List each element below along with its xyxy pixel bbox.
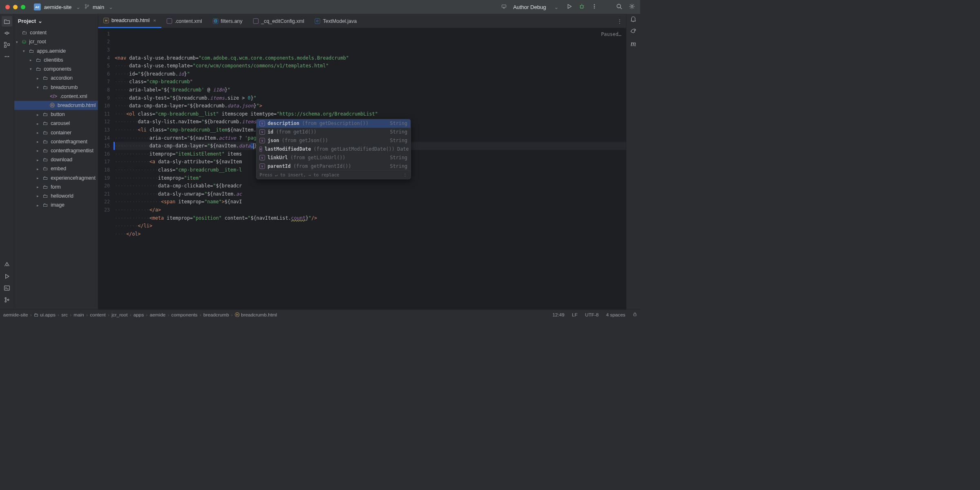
- tree-row[interactable]: ▸🗀helloworld: [14, 192, 98, 200]
- gradle-icon[interactable]: [630, 27, 637, 35]
- breadcrumb-segment[interactable]: main: [74, 312, 84, 318]
- completion-popup[interactable]: vdescription (from getDescription())Stri…: [256, 119, 411, 179]
- code-editor[interactable]: Paused… <nav data-sly-use.breadcrumb="co…: [115, 28, 626, 310]
- editor-tab[interactable]: .content.xml: [161, 14, 207, 28]
- chevron-down-icon[interactable]: ⌄: [109, 4, 113, 10]
- chevron-down-icon[interactable]: ⌄: [38, 18, 42, 24]
- tree-arrow[interactable]: ▸: [37, 149, 42, 153]
- debug-button[interactable]: [579, 3, 585, 11]
- tree-row[interactable]: ▸🗀carousel: [14, 119, 98, 128]
- tree-arrow[interactable]: ▸: [37, 203, 42, 207]
- tree-row[interactable]: ▾🗀breadcrumb: [14, 83, 98, 92]
- breadcrumb-segment[interactable]: content: [90, 312, 106, 318]
- editor-tab[interactable]: 🌐filters.any: [207, 14, 248, 28]
- branch-name[interactable]: main: [93, 4, 104, 10]
- tree-arrow[interactable]: ▸: [37, 185, 42, 189]
- readonly-lock-icon[interactable]: [633, 312, 637, 318]
- tree-row[interactable]: 🗀content: [14, 28, 98, 37]
- breadcrumb-segment[interactable]: 🗀 ui.apps: [34, 312, 56, 318]
- tree-arrow[interactable]: ▾: [23, 49, 28, 53]
- breadcrumb-segment[interactable]: components: [172, 312, 198, 318]
- editor-tab[interactable]: _cq_editConfig.xml: [248, 14, 310, 28]
- tree-arrow[interactable]: ▸: [37, 194, 42, 198]
- tree-arrow[interactable]: ▸: [37, 176, 42, 180]
- tree-arrow[interactable]: ▸: [37, 167, 42, 171]
- run-button[interactable]: [567, 4, 572, 10]
- editor-tab[interactable]: Hbreadcrumb.html×: [98, 14, 161, 28]
- completion-item[interactable]: vdescription (from getDescription())Stri…: [256, 119, 411, 128]
- breadcrumb-segment[interactable]: jcr_root: [111, 312, 127, 318]
- chevron-down-icon[interactable]: ⌄: [76, 4, 80, 10]
- tree-arrow[interactable]: ▸: [37, 130, 42, 134]
- completion-item[interactable]: vjson (from getJson())String: [256, 136, 411, 145]
- tree-row[interactable]: ▸🗀accordion: [14, 74, 98, 82]
- tree-arrow[interactable]: ▾: [37, 85, 42, 89]
- tree-row[interactable]: </>.content.xml: [14, 92, 98, 101]
- maven-icon[interactable]: m: [630, 40, 636, 48]
- tree-arrow[interactable]: ▸: [37, 112, 42, 116]
- maximize-window-button[interactable]: [21, 4, 25, 9]
- tree-row[interactable]: ▸🗀download: [14, 155, 98, 164]
- tree-arrow[interactable]: ▸: [37, 76, 42, 80]
- notifications-icon[interactable]: [630, 16, 636, 23]
- commit-tool-button[interactable]: [2, 28, 12, 38]
- close-window-button[interactable]: [5, 4, 10, 9]
- more-tool-button[interactable]: [2, 51, 12, 62]
- tree-row[interactable]: ▸🗀contentfragmentlist: [14, 146, 98, 155]
- tree-row[interactable]: Ⓗbreadcrumb.html: [14, 101, 98, 110]
- tree-row[interactable]: ▸🗀form: [14, 183, 98, 192]
- tabs-more-icon[interactable]: ⋮: [613, 14, 626, 28]
- completion-item[interactable]: vid (from getId())String: [256, 128, 411, 136]
- tree-row[interactable]: ▸🗀button: [14, 110, 98, 119]
- tree-arrow[interactable]: ▸: [30, 58, 35, 62]
- breadcrumb-segment[interactable]: aemide: [150, 312, 166, 318]
- tree-row[interactable]: ▾🗀components: [14, 65, 98, 74]
- close-tab-icon[interactable]: ×: [153, 18, 156, 23]
- chevron-down-icon[interactable]: ⌄: [554, 4, 559, 10]
- project-tool-button[interactable]: [2, 16, 12, 27]
- line-separator[interactable]: LF: [572, 312, 578, 318]
- completion-item[interactable]: vlinkUrl (from getLinkUrl())String: [256, 154, 411, 162]
- horizontal-scrollbar[interactable]: [14, 306, 98, 310]
- caret-position[interactable]: 12:49: [552, 312, 564, 318]
- debug-status: Paused…: [601, 30, 621, 38]
- run-config-name[interactable]: Author Debug: [513, 4, 546, 10]
- completion-item[interactable]: vparentId (from getParentId())String: [256, 162, 411, 171]
- breadcrumb-segment[interactable]: breadcrumb: [203, 312, 229, 318]
- more-menu-icon[interactable]: [592, 4, 597, 10]
- more-icon[interactable]: ⋮: [403, 171, 407, 179]
- structure-tool-button[interactable]: [2, 40, 12, 50]
- run-tool-button[interactable]: [2, 271, 12, 282]
- tree-arrow[interactable]: ▸: [37, 140, 42, 144]
- terminal-tool-button[interactable]: [2, 283, 12, 293]
- editor-tab[interactable]: CTextModel.java: [310, 14, 362, 28]
- tree-arrow[interactable]: ▸: [37, 121, 42, 125]
- tree-row[interactable]: ▾⛁jcr_root: [14, 37, 98, 46]
- indent-setting[interactable]: 4 spaces: [606, 312, 625, 318]
- tree-arrow[interactable]: ▸: [37, 158, 42, 162]
- tree-arrow[interactable]: ▾: [16, 40, 21, 44]
- tree-row[interactable]: ▸🗀embed: [14, 164, 98, 173]
- project-panel-header[interactable]: Project ⌄: [14, 14, 98, 28]
- minimize-window-button[interactable]: [13, 4, 18, 9]
- settings-icon[interactable]: [629, 3, 635, 11]
- file-encoding[interactable]: UTF-8: [585, 312, 599, 318]
- project-name[interactable]: aemide-site: [44, 4, 72, 10]
- search-icon[interactable]: [616, 3, 622, 11]
- breadcrumb[interactable]: aemide-site›🗀 ui.apps›src›main›content›j…: [3, 312, 277, 318]
- tree-row[interactable]: ▸🗀contentfragment: [14, 137, 98, 146]
- tree-row[interactable]: ▾🗀apps.aemide: [14, 47, 98, 56]
- completion-item[interactable]: vlastModifiedDate (from getLastModifiedD…: [256, 145, 411, 154]
- tree-row[interactable]: ▸🗀image: [14, 200, 98, 209]
- vcs-tool-button[interactable]: [2, 294, 12, 305]
- tree-row[interactable]: ▸🗀container: [14, 128, 98, 137]
- tree-arrow[interactable]: ▾: [30, 67, 35, 71]
- breadcrumb-segment[interactable]: Ⓗ breadcrumb.html: [235, 312, 277, 318]
- build-tool-button[interactable]: [2, 259, 12, 270]
- tree-row[interactable]: ▸🗀experiencefragment: [14, 174, 98, 183]
- breadcrumb-segment[interactable]: aemide-site: [3, 312, 28, 318]
- project-tree[interactable]: 🗀content▾⛁jcr_root▾🗀apps.aemide▸🗀clientl…: [14, 28, 98, 305]
- breadcrumb-segment[interactable]: src: [61, 312, 68, 318]
- breadcrumb-segment[interactable]: apps: [134, 312, 144, 318]
- tree-row[interactable]: ▸🗀clientlibs: [14, 56, 98, 65]
